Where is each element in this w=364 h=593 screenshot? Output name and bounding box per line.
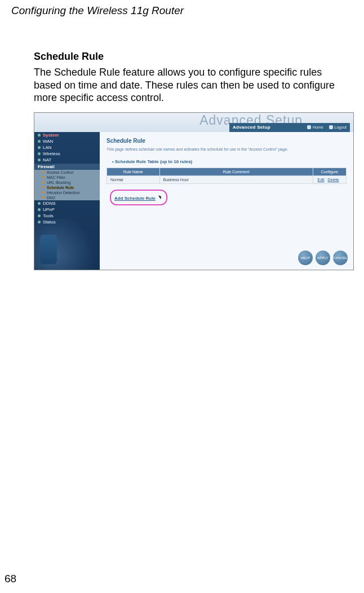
sidebar-group-firewall[interactable]: Firewall	[34, 164, 100, 170]
sidebar-sub-label: DMZ	[47, 196, 55, 200]
dot-icon	[42, 181, 45, 183]
col-configure: Configure	[313, 168, 347, 175]
dot-icon	[42, 186, 45, 188]
sidebar-sub-label: Access Control	[47, 170, 73, 174]
home-icon	[307, 125, 311, 129]
sidebar-item-ddns[interactable]: DDNS	[34, 200, 100, 207]
sidebar-sub-intrusion-detection[interactable]: Intrusion Detection	[34, 190, 100, 195]
dot-icon	[42, 191, 45, 194]
bullet-icon	[38, 159, 41, 161]
sidebar-label: DDNS	[43, 201, 56, 206]
sidebar-label: WAN	[43, 139, 53, 144]
home-link[interactable]: Home	[307, 125, 323, 129]
col-rule-name: Rule Name	[107, 168, 160, 175]
delete-link[interactable]: Delete	[328, 178, 339, 182]
router-screenshot: Advanced Setup Advanced Setup Home Logou…	[34, 112, 354, 270]
sidebar-label: NAT	[43, 157, 51, 162]
apply-button[interactable]: APPLY	[316, 251, 330, 265]
content-desc: This page defines schedule rule names an…	[106, 147, 347, 151]
sidebar-sub-label: Schedule Rule	[47, 186, 74, 190]
sidebar-sub-access-control[interactable]: Access Control	[34, 170, 100, 175]
sidebar-item-nat[interactable]: NAT	[34, 157, 100, 163]
sidebar-label: Tools	[43, 213, 54, 218]
sidebar-item-upnp[interactable]: UPnP	[34, 207, 100, 213]
cell-rule-name: Normal	[107, 175, 160, 183]
sidebar-item-system[interactable]: System	[34, 132, 100, 138]
bullet-icon	[38, 140, 41, 143]
sidebar-label: System	[43, 133, 59, 138]
content-heading: Schedule Rule	[106, 138, 347, 144]
sidebar-item-wireless[interactable]: Wireless	[34, 151, 100, 157]
sidebar-figure-art	[40, 235, 57, 264]
document-page: Configuring the Wireless 11g Router Sche…	[0, 0, 364, 593]
edit-link[interactable]: Edit	[318, 178, 325, 182]
bullet-icon	[38, 202, 41, 205]
bullet-icon	[38, 208, 41, 211]
router-tabbar: Advanced Setup Home Logout	[229, 123, 350, 132]
cancel-button[interactable]: CANCEL	[333, 251, 348, 265]
table-row: Normal Business Hour Edit Delete	[107, 175, 347, 183]
bullet-icon	[38, 152, 41, 155]
schedule-rule-table: Rule Name Rule Comment Configure Normal …	[106, 168, 347, 184]
sidebar-sub-dmz[interactable]: DMZ	[34, 195, 100, 200]
tabbar-title: Advanced Setup	[233, 125, 301, 130]
sidebar-sub-label: Intrusion Detection	[47, 191, 79, 195]
router-sidebar: System WAN LAN Wireless NAT Firewall Acc…	[34, 132, 100, 270]
router-footer-buttons: HELP APPLY CANCEL	[298, 251, 348, 265]
cursor-icon	[159, 195, 163, 200]
table-caption: Schedule Rule Table (up to 10 rules)	[112, 159, 347, 164]
add-schedule-rule-highlight: Add Schedule Rule	[110, 190, 167, 205]
sidebar-item-wan[interactable]: WAN	[34, 138, 100, 144]
sidebar-sub-label: URL Blocking	[47, 181, 70, 185]
sidebar-label: UPnP	[43, 207, 55, 212]
sidebar-sub-url-blocking[interactable]: URL Blocking	[34, 180, 100, 185]
logout-link[interactable]: Logout	[329, 125, 347, 129]
home-label: Home	[313, 125, 323, 129]
page-number: 68	[5, 573, 16, 585]
bullet-icon	[38, 146, 41, 149]
sidebar-item-tools[interactable]: Tools	[34, 213, 100, 219]
sidebar-sub-schedule-rule[interactable]: Schedule Rule	[34, 185, 100, 190]
logout-label: Logout	[335, 125, 347, 129]
router-content: Schedule Rule This page defines schedule…	[100, 132, 353, 270]
sidebar-sub-label: MAC Filter	[47, 175, 65, 179]
sidebar-item-lan[interactable]: LAN	[34, 144, 100, 151]
dot-icon	[42, 176, 45, 178]
sidebar-label: LAN	[43, 145, 52, 150]
section-title: Schedule Rule	[34, 51, 349, 63]
cell-configure: Edit Delete	[313, 175, 347, 183]
bullet-icon	[38, 214, 41, 217]
sidebar-sub-mac-filter[interactable]: MAC Filter	[34, 175, 100, 180]
router-top-band: Advanced Setup Advanced Setup Home Logou…	[34, 113, 353, 132]
bullet-icon	[38, 134, 41, 137]
dot-icon	[42, 171, 45, 173]
cell-rule-comment: Business Hour	[159, 175, 313, 183]
dot-icon	[42, 196, 45, 199]
running-head: Configuring the Wireless 11g Router	[11, 5, 353, 17]
table-header-row: Rule Name Rule Comment Configure	[107, 168, 347, 175]
col-rule-comment: Rule Comment	[159, 168, 313, 175]
logout-icon	[329, 125, 333, 129]
section-paragraph: The Schedule Rule feature allows you to …	[34, 66, 349, 104]
sidebar-label: Wireless	[43, 151, 60, 156]
help-button[interactable]: HELP	[298, 251, 313, 265]
body-block: Schedule Rule The Schedule Rule feature …	[34, 51, 349, 270]
add-schedule-rule-link[interactable]: Add Schedule Rule	[114, 196, 156, 201]
